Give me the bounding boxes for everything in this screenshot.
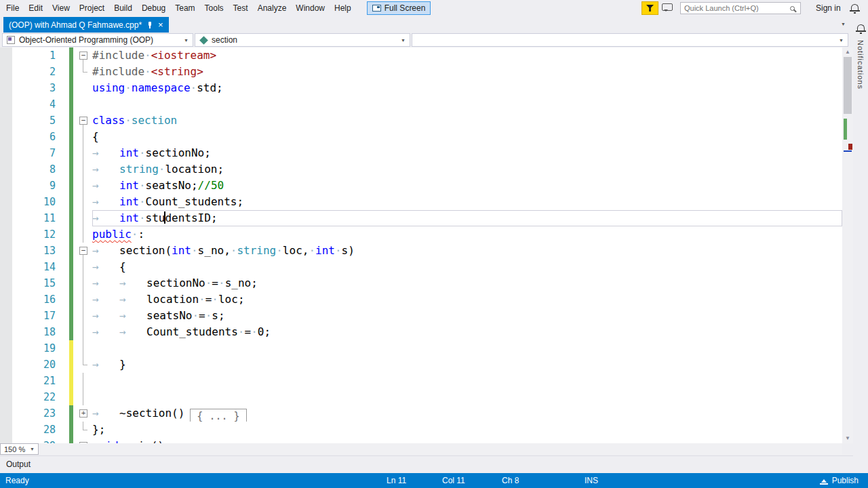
code-line-4[interactable]: 4 [0,96,842,113]
project-dropdown[interactable]: Object-Oriented Programming (OOP) ▼ [2,33,193,47]
horizontal-scrollbar[interactable] [39,443,842,455]
breakpoint-margin[interactable] [0,259,12,275]
code-line-5[interactable]: 5−class·section [0,113,842,129]
quick-launch-input[interactable] [684,4,790,12]
fold-margin[interactable]: − [79,47,88,64]
output-panel[interactable]: Output [0,455,868,473]
code-text[interactable]: void·main() [92,438,842,443]
fold-margin[interactable]: − [79,113,88,129]
code-text[interactable]: →int·studentsID; [92,210,842,226]
breakpoint-margin[interactable] [0,275,12,291]
menu-item-test[interactable]: Test [229,0,253,16]
code-line-15[interactable]: 15→→sectionNo·=·s_no; [0,275,842,291]
fold-margin[interactable]: + [79,405,88,422]
code-line-23[interactable]: 23+→~section(){ ... } [0,405,842,422]
breakpoint-margin[interactable] [0,210,12,226]
code-text[interactable]: →→location·=·loc; [92,291,842,308]
breakpoint-margin[interactable] [0,243,12,259]
breakpoint-margin[interactable] [0,113,12,129]
code-line-8[interactable]: 8→string·location; [0,161,842,178]
breakpoint-margin[interactable] [0,389,12,405]
member-dropdown[interactable]: ▼ [412,33,848,47]
fold-margin[interactable]: − [79,438,88,443]
breakpoint-margin[interactable] [0,226,12,243]
collapse-icon[interactable]: − [79,442,87,443]
breakpoint-margin[interactable] [0,308,12,324]
code-text[interactable]: →{ [92,259,842,275]
breakpoint-margin[interactable] [0,47,12,64]
code-line-3[interactable]: 3using·namespace·std; [0,80,842,96]
breakpoint-margin[interactable] [0,438,12,443]
code-text[interactable]: →→seatsNo·=·s; [92,308,842,324]
code-line-28[interactable]: 28}; [0,422,842,438]
collapsed-region[interactable]: { ... } [190,409,246,422]
code-text[interactable] [92,389,842,405]
bell-icon[interactable] [851,4,859,10]
collapse-icon[interactable]: − [79,52,87,60]
tab-list-chevron-icon[interactable]: ▼ [841,22,846,26]
breakpoint-margin[interactable] [0,357,12,373]
menu-item-build[interactable]: Build [109,0,137,16]
full-screen-button[interactable]: Full Screen [367,1,431,15]
code-line-21[interactable]: 21 [0,373,842,389]
document-tab[interactable]: (OOP) with Ahmad Q Fahmawe.cpp* × [3,17,169,33]
breakpoint-margin[interactable] [0,324,12,340]
pin-icon[interactable] [147,21,153,29]
code-text[interactable]: →→Count_students·=·0; [92,324,842,340]
code-text[interactable]: #include·<string> [92,64,842,80]
feedback-icon[interactable] [662,3,673,11]
code-editor[interactable]: 1−#include·<iostream>2#include·<string>3… [0,47,842,443]
breakpoint-margin[interactable] [0,291,12,308]
code-line-20[interactable]: 20→} [0,357,842,373]
code-line-11[interactable]: 11→int·studentsID; [0,210,842,226]
menu-item-file[interactable]: File [1,0,24,16]
expand-icon[interactable]: + [79,409,87,418]
code-line-12[interactable]: 12public·: [0,226,842,243]
sign-in-link[interactable]: Sign in [816,3,841,13]
menu-item-tools[interactable]: Tools [200,0,229,16]
menu-item-help[interactable]: Help [330,0,356,16]
menu-item-window[interactable]: Window [291,0,330,16]
collapse-icon[interactable]: − [79,117,87,125]
code-text[interactable]: →~section(){ ... } [92,405,842,422]
breakpoint-margin[interactable] [0,422,12,438]
code-line-6[interactable]: 6{ [0,129,842,145]
menu-item-debug[interactable]: Debug [137,0,170,16]
vertical-scrollbar[interactable]: ▲ ▼ [842,47,853,443]
code-line-7[interactable]: 7→int·sectionNo; [0,145,842,161]
breakpoint-margin[interactable] [0,178,12,194]
code-text[interactable] [92,96,842,113]
type-dropdown[interactable]: section ▼ [195,33,410,47]
code-text[interactable]: →→sectionNo·=·s_no; [92,275,842,291]
breakpoint-margin[interactable] [0,405,12,422]
breakpoint-margin[interactable] [0,194,12,210]
scrollbar-thumb[interactable] [844,57,852,114]
scroll-up-icon[interactable]: ▲ [842,47,853,57]
menu-item-edit[interactable]: Edit [24,0,47,16]
breakpoint-margin[interactable] [0,96,12,113]
code-line-22[interactable]: 22 [0,389,842,405]
code-text[interactable]: #include·<iostream> [92,47,842,64]
code-text[interactable]: →string·location; [92,161,842,178]
code-text[interactable] [92,373,842,389]
code-line-13[interactable]: 13−→section(int·s_no,·string·loc,·int·s) [0,243,842,259]
code-line-17[interactable]: 17→→seatsNo·=·s; [0,308,842,324]
breakpoint-margin[interactable] [0,161,12,178]
collapse-icon[interactable]: − [79,247,87,255]
close-icon[interactable]: × [158,20,163,29]
code-text[interactable]: }; [92,422,842,438]
code-line-10[interactable]: 10→int·Count_students; [0,194,842,210]
breakpoint-margin[interactable] [0,145,12,161]
zoom-control[interactable]: 150 % ▼ [0,443,39,455]
code-line-29[interactable]: 29−void·main() [0,438,842,443]
menu-item-view[interactable]: View [47,0,75,16]
code-line-14[interactable]: 14→{ [0,259,842,275]
fold-margin[interactable]: − [79,243,88,259]
breakpoint-margin[interactable] [0,129,12,145]
code-text[interactable]: →} [92,357,842,373]
filter-button[interactable] [642,1,658,15]
breakpoint-margin[interactable] [0,80,12,96]
code-text[interactable]: public·: [92,226,842,243]
code-line-19[interactable]: 19 [0,340,842,357]
code-line-9[interactable]: 9→int·seatsNo;//50 [0,178,842,194]
